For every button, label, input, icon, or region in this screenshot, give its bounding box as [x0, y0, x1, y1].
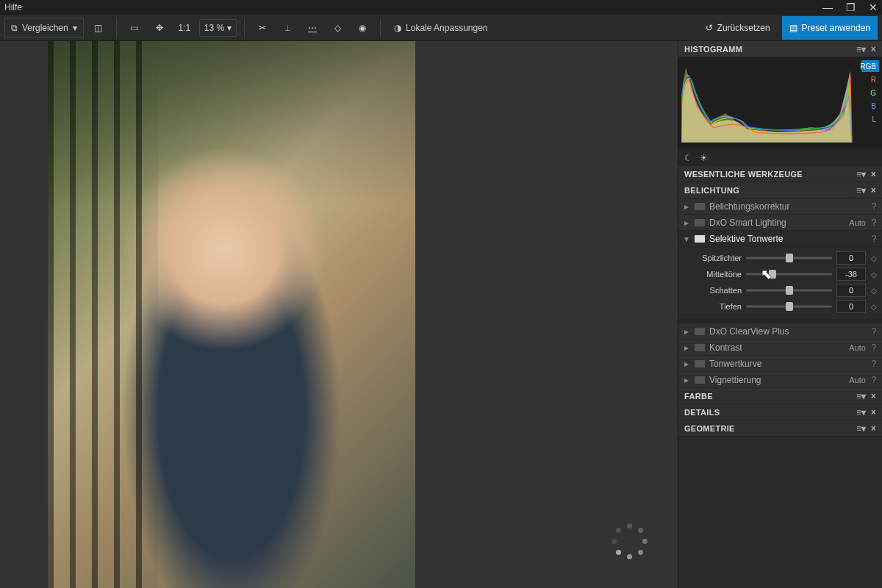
- toggle-switch[interactable]: [695, 219, 705, 226]
- expand-icon[interactable]: ▸: [683, 201, 690, 212]
- stepper-icon[interactable]: ◇: [870, 270, 878, 279]
- window-close-icon[interactable]: ✕: [869, 1, 878, 13]
- menu-help[interactable]: Hilfe: [4, 2, 22, 12]
- histogram-header[interactable]: HISTOGRAMM ≡▾×: [678, 41, 882, 57]
- panel-menu-icon[interactable]: ≡▾: [856, 423, 867, 434]
- image-canvas[interactable]: [0, 41, 678, 588]
- slider-value[interactable]: 0: [836, 284, 866, 297]
- one-to-one-button[interactable]: 1:1: [174, 18, 195, 38]
- slider-value[interactable]: -38: [836, 268, 866, 281]
- expand-icon[interactable]: ▸: [683, 375, 690, 385]
- toggle-switch[interactable]: [695, 344, 705, 351]
- channel-r[interactable]: R: [861, 74, 879, 85]
- toolbar-sep: [380, 19, 381, 37]
- help-icon[interactable]: ?: [870, 218, 878, 228]
- expand-icon[interactable]: ▸: [683, 218, 690, 228]
- channel-g[interactable]: G: [861, 87, 879, 98]
- row-auto[interactable]: Auto: [849, 376, 866, 384]
- essential-tools-header[interactable]: WESENTLICHE WERKZEUGE ≡▾×: [678, 166, 882, 182]
- panel-menu-icon[interactable]: ≡▾: [856, 391, 867, 401]
- slider-track[interactable]: [746, 269, 832, 279]
- chevron-down-icon: ▾: [227, 23, 232, 33]
- panel-close-icon[interactable]: ×: [871, 423, 876, 434]
- panel-menu-icon[interactable]: ≡▾: [856, 407, 867, 417]
- essential-tools-title: WESENTLICHE WERKZEUGE: [684, 170, 803, 179]
- toggle-switch[interactable]: [695, 360, 705, 368]
- move-button[interactable]: ✥: [149, 18, 170, 38]
- exposure-title: BELICHTUNG: [684, 186, 739, 195]
- row-contrast[interactable]: ▸ Kontrast Auto ?: [678, 340, 882, 356]
- stepper-icon[interactable]: ◇: [870, 287, 878, 295]
- stepper-icon[interactable]: ◇: [870, 254, 878, 262]
- toggle-switch[interactable]: [695, 328, 705, 335]
- color-header[interactable]: FARBE ≡▾×: [678, 388, 882, 404]
- channel-rgb[interactable]: RGB: [861, 60, 879, 72]
- slider-track[interactable]: [746, 253, 832, 263]
- help-icon[interactable]: ?: [870, 375, 878, 385]
- row-clearview[interactable]: ▸ DxO ClearView Plus ?: [678, 323, 882, 340]
- expand-icon[interactable]: ▸: [683, 326, 690, 337]
- toggle-switch[interactable]: [695, 376, 705, 384]
- channel-b[interactable]: B: [861, 100, 879, 112]
- compare-icon: ⧉: [11, 23, 18, 33]
- crop-button[interactable]: ✂: [252, 18, 273, 38]
- row-auto[interactable]: Auto: [849, 343, 866, 352]
- slider-track[interactable]: [746, 285, 832, 295]
- row-tonecurve[interactable]: ▸ Tonwertkurve ?: [678, 356, 882, 372]
- window-maximize-icon[interactable]: ❐: [846, 1, 856, 13]
- compare-dropdown[interactable]: ⧉ Vergleichen ▾: [4, 18, 84, 38]
- redeye-button[interactable]: ◉: [352, 18, 373, 38]
- row-label: DxO Smart Lighting: [709, 218, 845, 228]
- collapse-icon[interactable]: ▾: [683, 234, 690, 244]
- channel-l[interactable]: L: [861, 113, 879, 125]
- horizon-button[interactable]: ⟂: [277, 18, 298, 38]
- window-minimize-icon[interactable]: —: [822, 1, 833, 13]
- panel-close-icon[interactable]: ×: [871, 185, 876, 196]
- toggle-switch[interactable]: [695, 203, 705, 210]
- fit-button[interactable]: ▭: [124, 18, 145, 38]
- right-panel: 〉 HISTOGRAMM ≡▾× RGB R G B L ☾ ☀: [678, 41, 882, 588]
- zoom-level-dropdown[interactable]: 13 % ▾: [199, 19, 237, 37]
- zoom-level-value: 13 %: [204, 23, 224, 33]
- row-smart-lighting[interactable]: ▸ DxO Smart Lighting Auto ?: [678, 215, 882, 231]
- exposure-header[interactable]: BELICHTUNG ≡▾×: [678, 182, 882, 198]
- panel-menu-icon[interactable]: ≡▾: [856, 44, 867, 54]
- local-adjustments-button[interactable]: ◑ Lokale Anpassungen: [388, 18, 493, 38]
- panel-close-icon[interactable]: ×: [871, 407, 876, 417]
- row-vignette[interactable]: ▸ Vignettierung Auto ?: [678, 372, 882, 388]
- help-icon[interactable]: ?: [870, 234, 878, 244]
- main-area: 〉 HISTOGRAMM ≡▾× RGB R G B L ☾ ☀: [0, 41, 882, 588]
- repair-button[interactable]: ◇: [327, 18, 348, 38]
- panel-menu-icon[interactable]: ≡▾: [856, 169, 867, 179]
- panel-close-icon[interactable]: ×: [871, 44, 876, 54]
- split-view-button[interactable]: ◫: [88, 18, 109, 38]
- slider-track[interactable]: [746, 301, 832, 312]
- row-label: Selektive Tonwerte: [709, 234, 861, 244]
- reset-button[interactable]: ↺ Zurücksetzen: [698, 18, 778, 38]
- apply-preset-button[interactable]: ▤ Preset anwenden: [782, 16, 878, 40]
- slider-value[interactable]: 0: [836, 300, 866, 313]
- help-icon[interactable]: ?: [870, 343, 878, 353]
- panel-menu-icon[interactable]: ≡▾: [856, 185, 867, 196]
- whitebalance-picker-button[interactable]: ⋯: [302, 18, 323, 38]
- details-header[interactable]: DETAILS ≡▾×: [678, 404, 882, 420]
- reset-icon: ↺: [706, 23, 713, 33]
- panel-close-icon[interactable]: ×: [871, 169, 876, 179]
- stepper-icon[interactable]: ◇: [870, 303, 878, 311]
- row-auto[interactable]: Auto: [849, 218, 866, 227]
- help-icon[interactable]: ?: [870, 359, 878, 369]
- toggle-switch[interactable]: [695, 235, 705, 243]
- expand-icon[interactable]: ▸: [683, 343, 690, 353]
- preview-image: [48, 41, 415, 588]
- row-exposure-comp[interactable]: ▸ Belichtungskorrektur ?: [678, 198, 882, 215]
- expand-icon[interactable]: ▸: [683, 359, 690, 369]
- highlight-clip-icon[interactable]: ☀: [700, 153, 708, 163]
- help-icon[interactable]: ?: [870, 326, 878, 337]
- panel-collapse-handle[interactable]: 〉: [678, 325, 678, 351]
- row-selective-tone[interactable]: ▾ Selektive Tonwerte ?: [678, 231, 882, 247]
- panel-close-icon[interactable]: ×: [871, 391, 876, 401]
- geometry-header[interactable]: GEOMETRIE ≡▾×: [678, 420, 882, 437]
- slider-value[interactable]: 0: [836, 251, 866, 265]
- help-icon[interactable]: ?: [870, 201, 878, 212]
- shadow-clip-icon[interactable]: ☾: [684, 153, 692, 163]
